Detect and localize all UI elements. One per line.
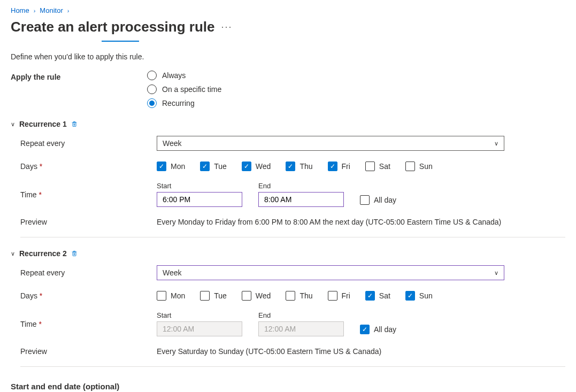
chevron-down-icon: ∨ <box>494 270 498 276</box>
day-label: Wed <box>256 162 271 171</box>
checkbox-icon <box>157 291 166 301</box>
checkbox-icon: ✓ <box>328 162 337 171</box>
divider <box>20 366 565 367</box>
checkbox-icon <box>405 162 415 171</box>
radio-icon <box>147 98 157 108</box>
preview-text: Every Saturday to Sunday (UTC-05:00 East… <box>157 347 381 356</box>
repeat-every-select[interactable]: Week ∨ <box>157 265 504 280</box>
repeat-every-label: Repeat every <box>20 268 157 277</box>
more-icon[interactable]: ··· <box>221 21 232 33</box>
page-title: Create an alert processing rule <box>11 19 214 35</box>
preview-text: Every Monday to Friday from 6:00 PM to 8… <box>157 218 501 226</box>
checkbox-icon <box>200 291 210 301</box>
radio-label: Always <box>162 71 186 80</box>
day-checkbox-fri[interactable]: Fri <box>328 291 350 301</box>
checkbox-icon: ✓ <box>286 162 295 171</box>
preview-label: Preview <box>20 218 157 226</box>
checkbox-icon <box>286 291 295 301</box>
day-checkbox-sat[interactable]: ✓Sat <box>365 291 390 301</box>
chevron-down-icon[interactable]: ∨ <box>11 250 15 257</box>
day-label: Sat <box>379 291 390 300</box>
day-label: Thu <box>299 162 312 171</box>
checkbox-icon <box>365 162 375 171</box>
day-checkbox-thu[interactable]: ✓Thu <box>286 162 312 171</box>
radio-icon <box>147 71 157 80</box>
end-label: End <box>258 311 344 319</box>
day-label: Tue <box>214 162 227 171</box>
day-checkbox-tue[interactable]: Tue <box>200 291 227 301</box>
preview-label: Preview <box>20 347 157 356</box>
day-checkbox-wed[interactable]: ✓Wed <box>242 162 271 171</box>
repeat-every-select[interactable]: Week ∨ <box>157 136 504 151</box>
day-checkbox-thu[interactable]: Thu <box>286 291 312 301</box>
day-label: Fri <box>342 291 350 300</box>
select-value: Week <box>163 139 182 148</box>
start-end-section-title: Start and end date (optional) <box>11 382 565 391</box>
chevron-down-icon[interactable]: ∨ <box>11 121 15 128</box>
day-checkbox-wed[interactable]: Wed <box>242 291 271 301</box>
end-label: End <box>258 182 344 190</box>
checkbox-icon <box>328 291 337 301</box>
start-time-input[interactable] <box>157 192 242 207</box>
day-checkbox-sun[interactable]: ✓Sun <box>405 291 433 301</box>
day-label: Mon <box>171 162 185 171</box>
checkbox-icon <box>242 291 251 301</box>
radio-recurring[interactable]: Recurring <box>147 98 221 108</box>
start-label: Start <box>157 182 242 190</box>
apply-rule-label: Apply the rule <box>11 71 147 81</box>
checkbox-icon: ✓ <box>242 162 251 171</box>
day-label: Fri <box>342 162 350 171</box>
start-label: Start <box>157 311 242 319</box>
chevron-down-icon: ∨ <box>494 140 498 147</box>
divider <box>20 237 565 237</box>
tab-indicator <box>102 41 139 42</box>
start-time-input <box>157 321 242 336</box>
checkbox-icon: ✓ <box>405 291 415 301</box>
apply-rule-radio-group: Always On a specific time Recurring <box>147 71 221 108</box>
day-checkbox-sat[interactable]: Sat <box>365 162 390 171</box>
all-day-label: All day <box>374 196 396 204</box>
delete-icon[interactable] <box>71 121 78 127</box>
delete-icon[interactable] <box>71 250 78 257</box>
day-label: Sun <box>419 162 433 171</box>
breadcrumb-monitor[interactable]: Monitor <box>40 6 63 14</box>
end-time-input[interactable] <box>258 192 344 207</box>
end-time-input <box>258 321 344 336</box>
days-group: ✓Mon✓Tue✓Wed✓Thu✓FriSatSun <box>157 162 433 171</box>
checkbox-icon: ✓ <box>200 162 210 171</box>
checkbox-icon: ✓ <box>157 162 166 171</box>
day-label: Wed <box>256 291 271 300</box>
days-label: Days <box>20 291 157 300</box>
recurrence-2-title: Recurrence 2 <box>19 249 67 258</box>
all-day-label: All day <box>374 325 396 334</box>
days-label: Days <box>20 162 157 171</box>
radio-label: On a specific time <box>162 85 221 94</box>
repeat-every-label: Repeat every <box>20 139 157 148</box>
recurrence-1-title: Recurrence 1 <box>19 120 67 128</box>
day-label: Sat <box>379 162 390 171</box>
radio-label: Recurring <box>162 99 195 107</box>
checkbox-icon: ✓ <box>365 291 375 301</box>
all-day-checkbox[interactable]: ✓ <box>360 325 370 334</box>
description-text: Define when you'd like to apply this rul… <box>11 52 565 61</box>
breadcrumb-home[interactable]: Home <box>11 6 29 14</box>
time-label: Time <box>20 320 157 328</box>
breadcrumb: Home › Monitor › <box>11 6 565 14</box>
time-label: Time <box>20 190 157 199</box>
chevron-right-icon: › <box>34 7 36 14</box>
day-label: Thu <box>299 291 312 300</box>
all-day-checkbox[interactable] <box>360 195 370 205</box>
radio-specific-time[interactable]: On a specific time <box>147 84 221 94</box>
day-checkbox-mon[interactable]: Mon <box>157 291 185 301</box>
chevron-right-icon: › <box>67 7 70 14</box>
day-label: Mon <box>171 291 185 300</box>
day-label: Tue <box>214 291 227 300</box>
svg-rect-0 <box>73 123 76 127</box>
day-checkbox-fri[interactable]: ✓Fri <box>328 162 350 171</box>
svg-rect-1 <box>73 252 76 256</box>
radio-always[interactable]: Always <box>147 71 221 80</box>
days-group: MonTueWedThuFri✓Sat✓Sun <box>157 291 433 301</box>
day-checkbox-mon[interactable]: ✓Mon <box>157 162 185 171</box>
day-checkbox-tue[interactable]: ✓Tue <box>200 162 227 171</box>
day-checkbox-sun[interactable]: Sun <box>405 162 433 171</box>
